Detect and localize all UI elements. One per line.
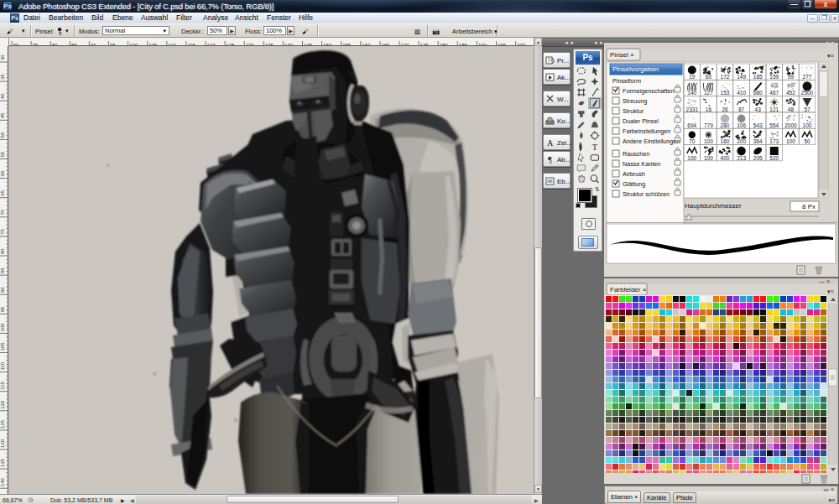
svg-text:65: 65 [0, 190, 5, 195]
svg-text:16: 16 [706, 107, 712, 112]
svg-text:172: 172 [721, 74, 730, 80]
svg-text:57: 57 [804, 107, 810, 112]
svg-text:153: 153 [721, 90, 730, 96]
svg-text:Pinsel ×: Pinsel × [610, 51, 634, 59]
svg-text:Struktur schützen: Struktur schützen [623, 190, 670, 198]
svg-text:Glättung: Glättung [623, 180, 645, 188]
svg-text:70: 70 [689, 138, 696, 144]
svg-text:A: A [547, 138, 554, 148]
svg-text:Formeigenschaften: Formeigenschaften [623, 87, 675, 95]
svg-text:105: 105 [149, 43, 158, 47]
svg-text:173: 173 [769, 138, 779, 144]
svg-text:100: 100 [129, 43, 138, 47]
svg-text:100: 100 [687, 155, 696, 161]
svg-text:145: 145 [304, 43, 313, 47]
svg-text:48: 48 [788, 107, 795, 112]
svg-text:80: 80 [0, 248, 5, 254]
svg-text:60: 60 [706, 74, 712, 80]
svg-text:200: 200 [737, 138, 746, 144]
svg-text:130: 130 [0, 439, 5, 448]
svg-text:115: 115 [0, 381, 5, 389]
svg-text:2331: 2331 [686, 107, 699, 112]
svg-text:Andere Einstellungen: Andere Einstellungen [623, 138, 680, 145]
svg-text:T: T [591, 142, 597, 152]
svg-text:467: 467 [769, 90, 779, 96]
svg-text:140: 140 [0, 478, 5, 487]
svg-text:8 Px: 8 Px [802, 203, 816, 210]
svg-text:520: 520 [769, 155, 779, 161]
svg-text:135: 135 [265, 43, 274, 47]
svg-text:40: 40 [0, 93, 5, 99]
svg-text:280: 280 [721, 122, 730, 128]
svg-text:100: 100 [786, 138, 795, 144]
svg-text:19: 19 [689, 74, 696, 80]
svg-text:Pinselvorgaben: Pinselvorgaben [612, 65, 659, 73]
svg-text:105: 105 [0, 342, 5, 351]
svg-text:▾≡: ▾≡ [827, 288, 834, 294]
svg-text:110: 110 [168, 43, 176, 47]
svg-text:75: 75 [0, 229, 5, 235]
svg-text:130: 130 [246, 43, 255, 47]
svg-text:170: 170 [401, 43, 410, 47]
svg-text:Struktur: Struktur [623, 107, 644, 115]
svg-text:115: 115 [187, 43, 195, 47]
svg-text:70: 70 [13, 43, 19, 47]
svg-text:90: 90 [0, 287, 5, 293]
svg-text:364: 364 [753, 138, 763, 144]
svg-text:85: 85 [71, 43, 77, 47]
svg-text:Pinselform: Pinselform [612, 77, 641, 85]
svg-text:165: 165 [381, 43, 390, 47]
svg-text:Farbeinstellungen: Farbeinstellungen [623, 127, 670, 135]
svg-text:190: 190 [478, 43, 487, 47]
svg-text:100: 100 [704, 155, 713, 161]
svg-text:159: 159 [769, 74, 779, 80]
svg-text:694: 694 [687, 122, 696, 128]
svg-text:Nasse Kanten: Nasse Kanten [623, 160, 660, 168]
svg-text:2000: 2000 [784, 122, 797, 128]
svg-text:400: 400 [721, 155, 730, 161]
svg-text:195: 195 [498, 43, 507, 47]
svg-text:Dualer Pinsel: Dualer Pinsel [623, 117, 659, 125]
svg-text:185: 185 [753, 74, 763, 80]
svg-text:175: 175 [420, 43, 430, 47]
svg-text:125: 125 [227, 43, 236, 47]
svg-text:60: 60 [0, 170, 5, 176]
svg-text:80: 80 [52, 43, 58, 47]
svg-text:50: 50 [804, 138, 810, 144]
svg-text:205: 205 [753, 155, 763, 161]
svg-text:200: 200 [517, 43, 526, 47]
svg-text:779: 779 [704, 122, 713, 128]
svg-text:277: 277 [803, 74, 812, 80]
svg-text:125: 125 [0, 419, 5, 429]
svg-text:Airbrush: Airbrush [623, 170, 645, 178]
svg-text:45: 45 [0, 112, 5, 118]
svg-text:¶: ¶ [548, 155, 552, 164]
svg-text:543: 543 [753, 122, 763, 128]
svg-text:135: 135 [0, 458, 5, 467]
svg-text:50: 50 [0, 132, 5, 138]
svg-text:Streuung: Streuung [623, 97, 647, 105]
svg-text:106: 106 [737, 122, 746, 128]
svg-text:▾≡: ▾≡ [827, 53, 834, 59]
svg-text:680: 680 [753, 90, 763, 96]
svg-text:213: 213 [737, 155, 746, 161]
svg-text:554: 554 [769, 122, 779, 128]
svg-text:452: 452 [786, 90, 795, 96]
svg-text:Hauptdurchmesser: Hauptdurchmesser [685, 202, 742, 210]
svg-text:75: 75 [33, 43, 39, 47]
svg-text:100: 100 [803, 122, 812, 128]
svg-text:150: 150 [323, 43, 332, 47]
svg-text:185: 185 [459, 43, 468, 47]
svg-text:87: 87 [738, 107, 745, 112]
svg-text:100: 100 [0, 323, 5, 332]
svg-text:110: 110 [0, 361, 5, 370]
svg-text:155: 155 [342, 43, 352, 47]
svg-text:55: 55 [0, 151, 5, 157]
svg-text:121: 121 [769, 107, 779, 112]
svg-text:30: 30 [0, 55, 5, 60]
svg-text:43: 43 [755, 107, 762, 112]
svg-text:149: 149 [737, 74, 746, 80]
svg-text:26: 26 [722, 107, 728, 112]
svg-text:35: 35 [0, 74, 5, 80]
svg-text:140: 140 [687, 90, 696, 96]
